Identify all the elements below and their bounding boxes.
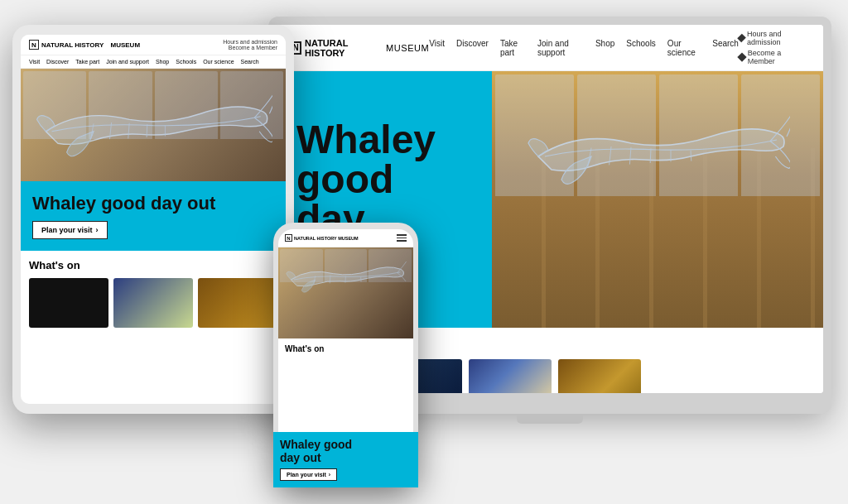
- tablet-hall-windows: [21, 69, 286, 142]
- hamburger-line-1: [397, 234, 407, 236]
- tablet-brand-bold: NATURAL HISTORY: [41, 41, 104, 49]
- tablet-logo-n: N: [29, 40, 39, 50]
- desktop-stand: [517, 414, 583, 424]
- mobile-window-2: [325, 249, 368, 282]
- tablet-whats-on-section: What's on: [21, 251, 286, 336]
- nav-join[interactable]: Join and support: [537, 39, 584, 57]
- become-member-link[interactable]: Become a Member: [739, 49, 810, 65]
- tablet-card-1[interactable]: [29, 278, 108, 328]
- tablet-nav-links: Visit Discover Take part Join and suppor…: [21, 55, 286, 69]
- tab-nav-search[interactable]: Search: [241, 59, 259, 65]
- mobile-nav: N NATURAL HISTORY MUSEUM: [278, 229, 413, 247]
- desktop-logo: N NATURAL HISTORY MUSEUM: [290, 38, 429, 58]
- hamburger-menu-icon[interactable]: [397, 234, 407, 242]
- tablet-brand-light: MUSEUM: [111, 41, 141, 49]
- tab-nav-join[interactable]: Join and support: [106, 59, 149, 65]
- tab-nav-visit[interactable]: Visit: [29, 59, 40, 65]
- hall-window-2: [577, 74, 656, 196]
- mobile-window-3: [369, 249, 412, 282]
- tablet-window-1: [23, 71, 86, 139]
- nav-visit[interactable]: Visit: [429, 39, 445, 57]
- nav-search[interactable]: Search: [712, 39, 739, 57]
- mobile-logo: N NATURAL HISTORY MUSEUM: [285, 234, 359, 242]
- hall-window-3: [659, 74, 738, 196]
- mobile-hero-headline: Whaley good day out: [280, 439, 412, 464]
- mobile-frame: N NATURAL HISTORY MUSEUM: [273, 223, 418, 487]
- desktop-nav-links: Visit Discover Take part Join and suppor…: [429, 39, 739, 57]
- mobile-window-1: [280, 249, 323, 282]
- nav-discover[interactable]: Discover: [456, 39, 489, 57]
- tab-nav-science[interactable]: Our science: [203, 59, 234, 65]
- tablet-hero: Whaley good day out Plan your visit ›: [21, 69, 286, 251]
- tablet-plan-visit-button[interactable]: Plan your visit ›: [32, 221, 108, 239]
- desktop-card-4[interactable]: [558, 359, 641, 393]
- mobile-plan-visit-button[interactable]: Plan your visit ›: [280, 468, 337, 481]
- tablet-hero-headline: Whaley good day out: [32, 193, 274, 214]
- hall-window-4: [741, 74, 820, 196]
- tablet-nav: N NATURAL HISTORY MUSEUM Hours and admis…: [21, 35, 286, 55]
- nav-our-science[interactable]: Our science: [667, 39, 701, 57]
- hall-window-1: [495, 74, 574, 196]
- mobile-screen: N NATURAL HISTORY MUSEUM: [278, 229, 413, 481]
- mobile-mockup: N NATURAL HISTORY MUSEUM: [273, 223, 418, 487]
- mobile-whats-on-heading: What's on: [285, 344, 407, 353]
- tablet-window-2: [89, 71, 152, 139]
- tablet-whats-on-heading: What's on: [29, 259, 277, 271]
- mobile-hero: [278, 247, 413, 338]
- hours-admission-link[interactable]: Hours and admission: [739, 30, 810, 46]
- diamond-icon-2: [737, 52, 746, 61]
- hall-windows: [492, 71, 823, 199]
- tablet-nav-right: Hours and admission Become a Member: [223, 39, 277, 50]
- hamburger-line-2: [397, 238, 407, 239]
- desktop-card-3[interactable]: [469, 359, 552, 393]
- mobile-brand-name: NATURAL HISTORY MUSEUM: [294, 236, 359, 241]
- tab-nav-discover[interactable]: Discover: [46, 59, 69, 65]
- hamburger-line-3: [397, 240, 407, 242]
- diamond-icon-1: [737, 34, 746, 43]
- desktop-nav: N NATURAL HISTORY MUSEUM Visit Discover …: [277, 25, 823, 71]
- tablet-window-4: [220, 71, 283, 139]
- mobile-whats-on-section: What's on: [278, 338, 413, 359]
- tablet-logo: N NATURAL HISTORY MUSEUM: [29, 40, 140, 50]
- tab-nav-shop[interactable]: Shop: [156, 59, 169, 65]
- mobile-hero-text-box: Whaley good day out Plan your visit ›: [278, 432, 413, 481]
- tablet-cards: [29, 278, 277, 328]
- brand-name-light: MUSEUM: [386, 43, 429, 53]
- nav-take-part[interactable]: Take part: [500, 39, 526, 57]
- tablet-hero-overlay: Whaley good day out Plan your visit ›: [21, 181, 286, 251]
- tab-nav-schools[interactable]: Schools: [176, 59, 196, 65]
- mobile-logo-n: N: [285, 234, 292, 242]
- tab-nav-take-part[interactable]: Take part: [75, 59, 99, 65]
- tablet-screen: N NATURAL HISTORY MUSEUM Hours and admis…: [21, 35, 286, 404]
- mobile-hall-windows: [278, 247, 413, 284]
- brand-name-bold: NATURAL HISTORY: [305, 38, 377, 58]
- tablet-window-3: [155, 71, 218, 139]
- tablet-frame: N NATURAL HISTORY MUSEUM Hours and admis…: [12, 25, 294, 414]
- desktop-nav-right: Hours and admission Become a Member: [739, 30, 810, 65]
- tablet-card-3[interactable]: [198, 278, 277, 328]
- tablet-mockup: N NATURAL HISTORY MUSEUM Hours and admis…: [12, 25, 294, 414]
- nav-schools[interactable]: Schools: [626, 39, 656, 57]
- desktop-hero-image: [492, 71, 823, 328]
- tablet-card-2[interactable]: [113, 278, 193, 328]
- nav-shop[interactable]: Shop: [595, 39, 614, 57]
